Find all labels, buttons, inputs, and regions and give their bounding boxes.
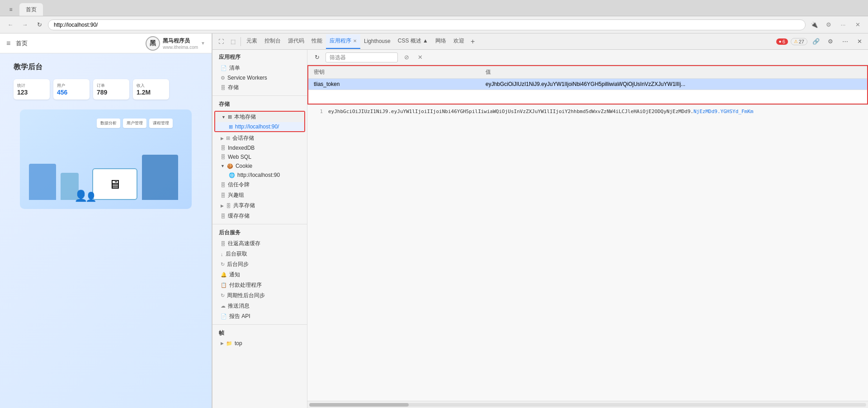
dashboard-card-3: 订单789 — [93, 79, 129, 100]
tab-sources[interactable]: 源代码 — [284, 34, 308, 49]
sidebar-item-service-workers[interactable]: ⚙ Service Workers — [212, 73, 307, 82]
devtools-more-button[interactable]: ⋯ — [839, 36, 851, 47]
tab-application[interactable]: 应用程序 ✕ — [326, 34, 360, 49]
section-frames-title: 帧 — [212, 327, 307, 339]
hamburger-icon[interactable]: ≡ — [6, 39, 10, 47]
devtools-tabbar: ⛶ ⬚ 元素 控制台 源代码 性能 应用程序 ✕ Lighthouse CSS … — [212, 33, 868, 50]
sidebar-item-websql[interactable]: 🗄 Web SQL — [212, 152, 307, 161]
filter-bar: ↻ ⊘ ✕ — [307, 50, 868, 65]
section-storage-title: 存储 — [212, 99, 307, 110]
tab-application-close[interactable]: ✕ — [353, 38, 357, 43]
more-button[interactable]: ··· — [837, 19, 849, 31]
address-input[interactable] — [48, 19, 806, 30]
tab-label: 首页 — [26, 6, 37, 14]
tab-homepage[interactable]: 首页 — [19, 3, 43, 16]
sidebar-item-manifest[interactable]: 📄 清单 — [212, 63, 307, 73]
inspect-icon-button[interactable]: ⛶ — [215, 36, 227, 47]
sidebar-item-cookie-localhost[interactable]: 🌐 http://localhost:90 — [212, 171, 307, 180]
cell-empty-value — [480, 90, 867, 104]
cell-empty-key — [308, 90, 480, 104]
devtools-content: 应用程序 📄 清单 ⚙ Service Workers 🗄 存储 — [212, 50, 868, 408]
dashboard-illustration: 🖥 数据分析 用户管理 课程管理 👤 👤 — [20, 109, 192, 209]
value-blue-text: NjEzMDd9.YGHSYd_FmKm — [693, 109, 753, 114]
back-button[interactable]: ← — [5, 19, 16, 31]
col-value-header: 值 — [480, 66, 867, 79]
sidebar-item-storage[interactable]: 🗄 存储 — [212, 82, 307, 93]
divider-2 — [212, 224, 307, 224]
sidebar-item-reporting-api[interactable]: 📄 报告 API — [212, 311, 307, 322]
sidebar-item-cache-storage[interactable]: 🗄 缓存存储 — [212, 211, 307, 221]
add-tab-button[interactable]: + — [468, 35, 477, 48]
address-bar-row: ← → ↻ 🔌 ⚙ ··· ✕ — [0, 16, 868, 33]
line-number-1: 1 — [314, 109, 323, 114]
tab-lighthouse[interactable]: Lighthouse — [360, 34, 394, 49]
tab-performance[interactable]: 性能 — [308, 34, 326, 49]
forward-button[interactable]: → — [19, 19, 31, 31]
dashboard-card-1: 统计123 — [14, 79, 50, 100]
divider-3 — [212, 324, 307, 325]
value-preview: 1 eyJhbGciOiJIUzI1NiJ9.eyJuYW1lIjoiIIjoi… — [307, 104, 868, 401]
close-button[interactable]: ✕ — [852, 19, 863, 31]
tab-css-overview[interactable]: CSS 概述 ▲ — [394, 34, 432, 49]
dashboard-card-2: 用户456 — [53, 79, 90, 100]
data-table-wrapper: 密钥 值 tlias_token eyJhbGciOiJIUzI1NiJ9.ey… — [307, 65, 868, 104]
sidebar-item-notifications[interactable]: 🔔 通知 — [212, 270, 307, 280]
sidebar-item-payment-handler[interactable]: 📋 付款处理程序 — [212, 280, 307, 290]
cell-value: eyJhbGciOiJIUzI1NiJ9.eyJuYW1lIjoiNbi46YG… — [480, 79, 867, 90]
sidebar-item-periodic-sync[interactable]: ↻ 周期性后台同步 — [212, 290, 307, 301]
sidebar-item-local-storage[interactable]: ▼ ⊞ 本地存储 — [215, 112, 304, 122]
dashboard-title: 教学后台 — [14, 62, 42, 72]
sidebar-item-push-messages[interactable]: ☁ 推送消息 — [212, 301, 307, 311]
data-table: 密钥 值 tlias_token eyJhbGciOiJIUzI1NiJ9.ey… — [308, 66, 867, 104]
devtools-settings-button[interactable]: ⚙ — [825, 36, 836, 47]
logo-circle: 黑 — [146, 36, 160, 51]
menu-icon[interactable]: ≡ — [3, 3, 19, 16]
bottom-scrollbar[interactable] — [307, 401, 868, 408]
page-home-nav[interactable]: 首页 — [16, 39, 28, 47]
devtools-close-button[interactable]: ✕ — [854, 36, 865, 47]
extensions-button[interactable]: 🔌 — [808, 19, 820, 31]
connect-button[interactable]: 🔗 — [810, 36, 822, 47]
sidebar-item-cookie[interactable]: ▼ 🍪 Cookie — [212, 161, 307, 171]
logo-text: 黑马程序员 www.itheima.com — [163, 37, 198, 50]
col-key-header: 密钥 — [308, 66, 480, 79]
filter-input[interactable] — [326, 52, 398, 62]
tab-network[interactable]: 网络 — [432, 34, 450, 49]
tab-console[interactable]: 控制台 — [261, 34, 284, 49]
close-filter-button[interactable]: ✕ — [415, 52, 425, 62]
sidebar-item-indexeddb[interactable]: 🗄 IndexedDB — [212, 143, 307, 152]
logo-dropdown-icon[interactable]: ▼ — [201, 41, 205, 46]
line-content-1: eyJhbGciOiJIUzI1NiJ9.eyJuYW1lIjoiIIjoiNb… — [328, 109, 753, 114]
devtools-panel: ⛶ ⬚ 元素 控制台 源代码 性能 应用程序 ✕ Lighthouse CSS … — [212, 33, 868, 408]
sidebar-item-shared-storage[interactable]: ▶ 🗄 共享存储 — [212, 200, 307, 211]
scrollbar-track[interactable] — [309, 403, 866, 407]
tab-welcome[interactable]: 欢迎 — [450, 34, 468, 49]
browser-tab-bar: ≡ 首页 — [0, 0, 868, 16]
cell-key: tlias_token — [308, 79, 480, 90]
webpage-preview: ≡ 首页 黑 黑马程序员 www.itheima.com ▼ 教学后台 统计12… — [0, 33, 212, 408]
refresh-button[interactable]: ↻ — [33, 19, 45, 31]
tab-elements[interactable]: 元素 — [243, 34, 261, 49]
dashboard-card-4: 收入1.2M — [133, 79, 169, 100]
table-row[interactable]: tlias_token eyJhbGciOiJIUzI1NiJ9.eyJuYW1… — [308, 79, 867, 90]
sidebar-item-localhost[interactable]: ⊞ http://localhost:90/ — [215, 122, 304, 131]
dashboard-area: 教学后台 统计123 用户456 订单789 收入1.2M 🖥 数据分析 — [0, 53, 212, 408]
sidebar-item-trust-tokens[interactable]: 🗄 信任令牌 — [212, 180, 307, 190]
scrollbar-thumb[interactable] — [309, 403, 409, 407]
sidebar-item-interest-groups[interactable]: 🗄 兴趣组 — [212, 190, 307, 200]
sidebar-item-back-forward-cache[interactable]: 🗄 往返高速缓存 — [212, 238, 307, 249]
error-badge: ● 6 — [776, 38, 788, 45]
sidebar-item-session-storage[interactable]: ▶ ⊞ 会话存储 — [212, 133, 307, 143]
clear-filter-button[interactable]: ⊘ — [401, 52, 411, 62]
settings-button[interactable]: ⚙ — [823, 19, 835, 31]
divider-1 — [212, 95, 307, 96]
sidebar-item-background-fetch[interactable]: ↓ 后台获取 — [212, 249, 307, 259]
sidebar-item-background-sync[interactable]: ↻ 后台同步 — [212, 259, 307, 270]
local-storage-group: ▼ ⊞ 本地存储 ⊞ http://localhost:90/ — [214, 111, 305, 132]
sidebar-item-top-frame[interactable]: ▶ 📁 top — [212, 339, 307, 348]
devtools-sidebar: 应用程序 📄 清单 ⚙ Service Workers 🗄 存储 — [212, 50, 307, 408]
device-icon-button[interactable]: ⬚ — [227, 36, 239, 47]
table-row-empty[interactable] — [308, 90, 867, 104]
refresh-data-button[interactable]: ↻ — [312, 52, 322, 62]
section-backend-title: 后台服务 — [212, 227, 307, 238]
